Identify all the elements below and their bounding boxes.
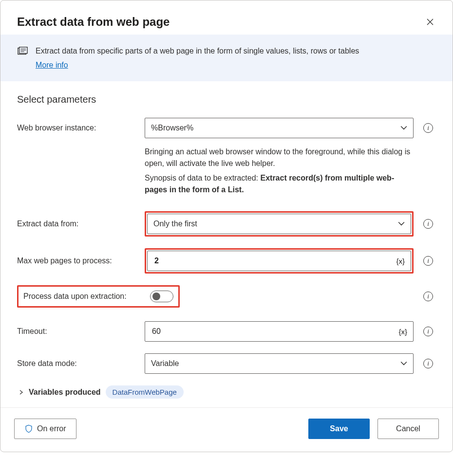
variable-token-icon[interactable]: {x} xyxy=(398,328,407,336)
info-icon-store-mode[interactable] xyxy=(423,359,433,368)
variables-produced-label: Variables produced xyxy=(29,388,101,397)
close-button[interactable] xyxy=(424,16,436,28)
chevron-down-icon xyxy=(398,220,405,227)
select-browser-instance-value: %Browser% xyxy=(151,124,193,132)
info-icon-max-pages[interactable] xyxy=(423,256,433,266)
toggle-knob xyxy=(152,293,160,300)
label-extract-from: Extract data from: xyxy=(17,220,139,228)
dialog-title: Extract data from web page xyxy=(17,15,170,29)
select-extract-from[interactable]: Only the first xyxy=(147,214,411,234)
description-band: Extract data from specific parts of a we… xyxy=(0,35,453,81)
select-browser-instance[interactable]: %Browser% xyxy=(145,118,414,138)
label-max-pages: Max web pages to process: xyxy=(17,256,139,265)
synopsis-prefix: Synopsis of data to be extracted: xyxy=(145,174,260,182)
label-store-mode: Store data mode: xyxy=(17,359,139,368)
highlight-max-pages: {x} xyxy=(145,248,414,274)
close-icon xyxy=(426,18,434,26)
helper-synopsis: Synopsis of data to be extracted: Extrac… xyxy=(145,172,414,196)
save-button[interactable]: Save xyxy=(308,419,370,439)
select-store-mode-value: Variable xyxy=(151,359,179,368)
info-icon-timeout[interactable] xyxy=(423,327,433,336)
highlight-process-data: Process data upon extraction: xyxy=(17,285,180,308)
select-store-mode[interactable]: Variable xyxy=(145,353,414,374)
input-timeout-wrapper[interactable]: {x} xyxy=(145,321,414,342)
row-process-data: Process data upon extraction: xyxy=(17,285,436,308)
row-max-pages: Max web pages to process: {x} xyxy=(17,248,436,274)
shield-icon xyxy=(24,424,33,433)
variable-chip[interactable]: DataFromWebPage xyxy=(106,385,184,399)
row-browser-instance: Web browser instance: %Browser% xyxy=(17,118,436,138)
toggle-process-data[interactable] xyxy=(150,291,173,302)
row-store-mode: Store data mode: Variable xyxy=(17,353,436,374)
more-info-link[interactable]: More info xyxy=(36,59,68,71)
row-variables-produced[interactable]: Variables produced DataFromWebPage xyxy=(17,385,436,399)
cancel-label: Cancel xyxy=(396,424,420,433)
extract-data-dialog: Extract data from web page Extract data … xyxy=(0,0,453,452)
description-text-block: Extract data from specific parts of a we… xyxy=(36,45,359,71)
variable-token-icon[interactable]: {x} xyxy=(396,257,405,265)
chevron-down-icon xyxy=(400,125,407,131)
row-timeout: Timeout: {x} xyxy=(17,321,436,342)
label-browser-instance: Web browser instance: xyxy=(17,124,139,132)
highlight-extract-from: Only the first xyxy=(145,211,414,237)
cancel-button[interactable]: Cancel xyxy=(378,419,439,439)
label-timeout: Timeout: xyxy=(17,327,139,336)
web-data-icon xyxy=(17,45,28,71)
chevron-down-icon xyxy=(400,360,407,367)
on-error-label: On error xyxy=(37,424,66,433)
footer-right-group: Save Cancel xyxy=(308,419,439,439)
info-icon-extract-from[interactable] xyxy=(423,219,433,229)
select-extract-from-value: Only the first xyxy=(153,220,197,228)
row-extract-from: Extract data from: Only the first xyxy=(17,211,436,237)
info-icon-browser[interactable] xyxy=(423,123,433,133)
input-max-pages[interactable] xyxy=(153,256,396,266)
label-process-data: Process data upon extraction: xyxy=(23,292,138,301)
input-max-pages-wrapper[interactable]: {x} xyxy=(147,251,411,271)
save-label: Save xyxy=(330,424,348,433)
section-title: Select parameters xyxy=(17,94,436,105)
info-icon-process-data[interactable] xyxy=(423,292,433,301)
description-text: Extract data from specific parts of a we… xyxy=(36,47,359,55)
helper-browser-text: Bringing an actual web browser window to… xyxy=(145,146,414,169)
dialog-header: Extract data from web page xyxy=(0,0,453,35)
chevron-right-icon xyxy=(19,390,24,395)
dialog-footer: On error Save Cancel xyxy=(0,407,453,452)
on-error-button[interactable]: On error xyxy=(14,419,76,439)
input-timeout[interactable] xyxy=(151,327,398,336)
dialog-body: Select parameters Web browser instance: … xyxy=(0,81,453,407)
